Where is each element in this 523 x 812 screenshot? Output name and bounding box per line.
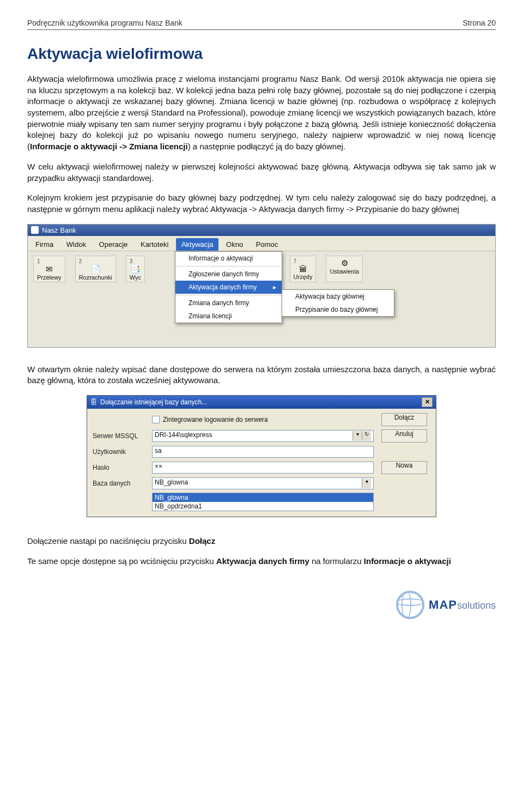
toolbar-area: 1✉Przelewy 2📄Rozrachunki 3📑Wyc 6👥wnicy 7…	[28, 251, 495, 347]
db-option-podrzedna[interactable]: NB_opdrzedna1	[153, 502, 373, 511]
paragraph-2: W celu aktywacji wielofirmowej należy w …	[27, 161, 496, 184]
menu-separator	[175, 266, 282, 266]
envelope-icon: ✉	[46, 264, 53, 274]
dropdown-icon[interactable]: ▾	[362, 478, 371, 488]
submenu-przypisanie[interactable]: Przypisanie do bazy głównej	[282, 303, 394, 316]
document-icon: 📄	[90, 264, 101, 274]
paragraph-1: Aktywacja wielofirmowa umożliwia pracę z…	[27, 74, 496, 153]
menu-pomoc[interactable]: Pomoc	[251, 238, 283, 251]
paragraph-3: Kolejnym krokiem jest przypisanie do baz…	[27, 192, 496, 215]
connect-db-dialog: 🗄Dołączanie istniejącej bazy danych... ✕…	[87, 395, 436, 517]
menubar: Firma Widok Operacje Kartoteki Aktywacja…	[28, 236, 495, 251]
sheet-icon: 📑	[130, 264, 141, 274]
menu-firma[interactable]: Firma	[30, 238, 59, 251]
menu-okno[interactable]: Okno	[221, 238, 248, 251]
uzytkownik-input[interactable]: sa	[152, 446, 374, 458]
mapsolutions-logo: MAPsolutions	[396, 591, 496, 619]
label-haslo: Hasło	[93, 464, 144, 471]
menu-separator	[175, 295, 282, 295]
aktywacja-submenu: Aktywacja bazy głównej Przypisanie do ba…	[282, 289, 394, 317]
menu-widok[interactable]: Widok	[61, 238, 92, 251]
page-header: Podręcznik użytkownika programu Nasz Ban…	[27, 19, 496, 30]
menu-item-aktywacja-danych[interactable]: Aktywacja danych firmy▸	[175, 281, 282, 294]
header-right: Strona 20	[463, 19, 496, 27]
label-baza: Baza danych	[93, 480, 144, 487]
paragraph-5: Dołączenie nastąpi po naciśnięciu przyci…	[27, 536, 496, 547]
label-serwer: Serwer MSSQL	[93, 432, 144, 440]
integrated-login-checkbox[interactable]: Zintegrowane logowanie do serwera	[152, 416, 374, 423]
toolbar-urzedy[interactable]: 7🏛Urzędy	[290, 256, 317, 282]
dropdown-icon[interactable]: ▾	[352, 431, 362, 441]
header-left: Podręcznik użytkownika programu Nasz Ban…	[27, 19, 183, 27]
menu-aktywacja[interactable]: Aktywacja	[176, 238, 219, 251]
globe-icon	[396, 591, 424, 619]
submenu-aktywacja-bazy[interactable]: Aktywacja bazy głównej	[282, 290, 394, 303]
window-titlebar: Nasz Bank	[28, 225, 495, 236]
serwer-input[interactable]: DRI-144\sqlexpress▾↻	[152, 430, 374, 442]
page-footer: MAPsolutions	[0, 586, 523, 632]
app-icon	[31, 226, 39, 234]
menu-item-zmiana-danych[interactable]: Zmiana danych firmy	[175, 296, 282, 310]
toolbar-rozrachunki[interactable]: 2📄Rozrachunki	[75, 256, 116, 282]
label-uzytkownik: Użytkownik	[93, 448, 144, 456]
baza-input[interactable]: NB_glowna▾	[152, 477, 374, 489]
dolacz-button[interactable]: Dołącz	[381, 413, 427, 426]
refresh-icon[interactable]: ↻	[362, 431, 371, 441]
nowa-button[interactable]: Nowa	[381, 461, 427, 474]
menu-operacje[interactable]: Operacje	[94, 238, 133, 251]
page-title: Aktywacja wielofirmowa	[27, 45, 496, 63]
dialog-title: Dołączanie istniejącej bazy danych...	[100, 398, 207, 406]
db-icon: 🗄	[90, 398, 97, 406]
aktywacja-dropdown: Informacje o aktywacji Zgłoszenie danych…	[175, 251, 282, 323]
menu-item-zmiana-licencji[interactable]: Zmiana licencji	[175, 310, 282, 323]
toolbar-przelewy[interactable]: 1✉Przelewy	[33, 256, 65, 282]
anuluj-button[interactable]: Anuluj	[381, 429, 427, 443]
chevron-right-icon: ▸	[273, 283, 276, 291]
toolbar-ustawienia[interactable]: ⚙Ustawienia	[326, 256, 363, 282]
checkbox-icon	[152, 416, 160, 423]
window-title: Nasz Bank	[42, 226, 76, 234]
menu-item-zgloszenie[interactable]: Zgłoszenie danych firmy	[175, 268, 282, 281]
toolbar-wyc[interactable]: 3📑Wyc	[126, 256, 145, 282]
menu-kartoteki[interactable]: Kartoteki	[135, 238, 174, 251]
building-icon: 🏛	[299, 264, 307, 274]
paragraph-6: Te same opcje dostępne są po wciśnięciu …	[27, 556, 496, 567]
gear-icon: ⚙	[341, 258, 348, 268]
db-option-glowna[interactable]: NB_glowna	[153, 493, 373, 502]
dialog-titlebar: 🗄Dołączanie istniejącej bazy danych... ✕	[87, 396, 436, 409]
app-menu-screenshot: Nasz Bank Firma Widok Operacje Kartoteki…	[27, 224, 496, 348]
haslo-input[interactable]: ××	[152, 462, 374, 474]
baza-dropdown-list: NB_glowna NB_opdrzedna1	[152, 493, 374, 511]
menu-item-informacje[interactable]: Informacje o aktywacji	[175, 252, 282, 265]
paragraph-4: W otwartym oknie należy wpisać dane dost…	[27, 364, 496, 386]
close-button[interactable]: ✕	[422, 397, 433, 407]
